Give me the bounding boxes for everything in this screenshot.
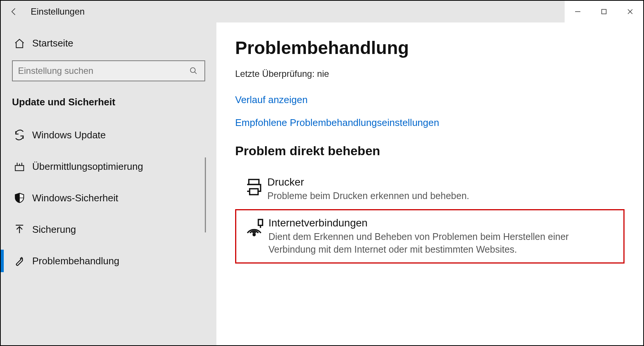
svg-line-5 xyxy=(195,72,197,74)
troubleshooter-title: Internetverbindungen xyxy=(268,217,618,229)
sidebar-section-header: Update und Sicherheit xyxy=(1,93,216,119)
sidebar: Startseite Update und Sicherheit xyxy=(1,22,216,345)
sidebar-item-label: Übermittlungsoptimierung xyxy=(27,161,143,172)
printer-icon xyxy=(240,176,267,197)
svg-rect-15 xyxy=(249,180,259,185)
maximize-icon xyxy=(601,8,607,15)
svg-rect-6 xyxy=(15,166,24,171)
search-wrap xyxy=(1,60,216,93)
troubleshooter-text: Internetverbindungen Dient dem Erkennen … xyxy=(268,217,618,256)
troubleshooter-desc: Probleme beim Drucken erkennen und beheb… xyxy=(267,190,578,202)
sidebar-item-backup[interactable]: Sicherung xyxy=(1,214,216,245)
wrench-icon xyxy=(12,255,27,267)
sub-header: Problem direkt beheben xyxy=(235,144,625,158)
troubleshooter-title: Drucker xyxy=(267,176,619,188)
window-body: Startseite Update und Sicherheit xyxy=(1,22,643,345)
titlebar: Einstellungen xyxy=(1,1,643,22)
search-icon xyxy=(188,66,199,75)
troubleshooter-printer[interactable]: Drucker Probleme beim Drucken erkennen u… xyxy=(235,169,625,209)
troubleshooter-internet[interactable]: Internetverbindungen Dient dem Erkennen … xyxy=(235,209,625,264)
troubleshooter-text: Drucker Probleme beim Drucken erkennen u… xyxy=(267,176,619,202)
arrow-left-icon xyxy=(9,7,19,16)
sidebar-item-windows-update[interactable]: Windows Update xyxy=(1,119,216,151)
settings-window: Einstellungen Startseite xyxy=(0,0,644,346)
sidebar-item-windows-security[interactable]: Windows-Sicherheit xyxy=(1,182,216,214)
back-button[interactable] xyxy=(1,1,27,22)
backup-icon xyxy=(12,224,27,235)
home-label: Startseite xyxy=(27,37,73,49)
sidebar-item-label: Windows-Sicherheit xyxy=(27,192,118,204)
close-button[interactable] xyxy=(617,1,643,22)
maximize-button[interactable] xyxy=(591,1,617,22)
sidebar-item-label: Sicherung xyxy=(27,224,76,235)
page-title: Problembehandlung xyxy=(235,37,625,58)
sidebar-item-label: Windows Update xyxy=(27,129,106,141)
window-title: Einstellungen xyxy=(27,6,85,17)
home-icon xyxy=(12,38,27,49)
link-view-history[interactable]: Verlauf anzeigen xyxy=(235,94,625,106)
svg-point-17 xyxy=(253,234,255,235)
sidebar-item-troubleshoot[interactable]: Problembehandlung xyxy=(1,245,216,277)
troubleshooter-desc: Dient dem Erkennen und Beheben von Probl… xyxy=(268,231,579,256)
home-button[interactable]: Startseite xyxy=(1,37,216,60)
svg-rect-16 xyxy=(250,189,258,195)
shield-icon xyxy=(12,192,27,204)
network-icon xyxy=(242,217,268,238)
sidebar-item-delivery-optimization[interactable]: Übermittlungsoptimierung xyxy=(1,151,216,182)
main-content: Problembehandlung Letzte Überprüfung: ni… xyxy=(216,22,643,345)
minimize-icon xyxy=(574,8,581,15)
search-box[interactable] xyxy=(12,60,205,81)
svg-rect-1 xyxy=(602,9,606,14)
last-check-text: Letzte Überprüfung: nie xyxy=(235,69,625,79)
search-input[interactable] xyxy=(18,66,188,76)
close-icon xyxy=(627,8,634,15)
delivery-icon xyxy=(12,161,27,172)
sidebar-scrollbar[interactable] xyxy=(205,157,206,232)
sidebar-nav: Windows Update Übermittlungsoptimierung xyxy=(1,119,216,277)
sidebar-item-label: Problembehandlung xyxy=(27,255,119,267)
minimize-button[interactable] xyxy=(565,1,591,22)
svg-rect-18 xyxy=(258,219,262,225)
link-recommended-settings[interactable]: Empfohlene Problembehandlungseinstellung… xyxy=(235,117,625,129)
refresh-icon xyxy=(12,129,27,141)
svg-point-4 xyxy=(191,68,195,73)
